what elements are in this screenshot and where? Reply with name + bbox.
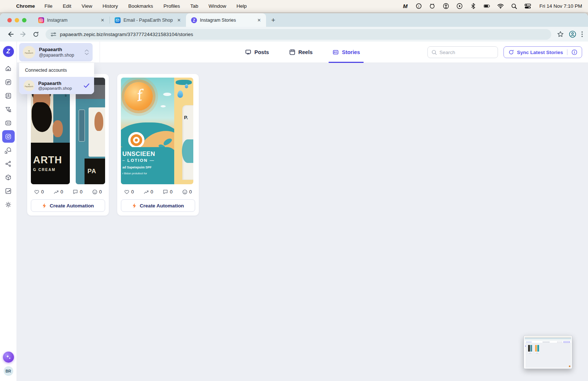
wifi-icon[interactable]: [497, 3, 504, 10]
menu-bar-clock[interactable]: Fri 14 Nov 7:10 PM: [539, 3, 582, 9]
app-header: PapaEarth Papaearth @papaearth.shop: [17, 42, 588, 63]
sync-label: Sync Latest Stories: [517, 50, 563, 55]
sidebar-item-funnel[interactable]: [2, 103, 15, 115]
sidebar-item-analytics[interactable]: [2, 185, 15, 197]
menu-tab[interactable]: Tab: [190, 3, 198, 9]
illustration-hand: [53, 120, 63, 137]
bluetooth-icon[interactable]: [470, 3, 477, 10]
reactions-stat: 0: [182, 189, 192, 195]
story-image-right-panel: P.: [174, 78, 193, 184]
dropdown-account-item[interactable]: PapaEarth Papaearth @papaearth.shop: [19, 77, 94, 94]
tab-posts[interactable]: Posts: [245, 42, 269, 63]
sidebar-item-contacts[interactable]: [2, 89, 15, 102]
zepic-logo[interactable]: Z: [3, 46, 14, 57]
comment-icon: [163, 189, 168, 194]
close-window-button[interactable]: [7, 18, 12, 22]
site-settings-icon[interactable]: [51, 32, 56, 37]
menu-chrome[interactable]: Chrome: [16, 3, 35, 9]
bookmark-star-icon[interactable]: [557, 31, 564, 38]
minimize-window-button[interactable]: [15, 18, 19, 22]
control-center-icon[interactable]: [524, 3, 531, 10]
teal-swirl: [182, 139, 193, 163]
url-bar[interactable]: papaearth.zepic.biz/instagram/3737772443…: [46, 29, 551, 40]
water-drop: [184, 84, 188, 88]
sidebar-item-products[interactable]: [2, 171, 15, 184]
button-label: Create Automation: [140, 203, 184, 209]
spotlight-search-icon[interactable]: [511, 3, 517, 10]
likes-stat: 0: [124, 189, 134, 195]
tab-stories[interactable]: Stories: [333, 42, 360, 63]
sync-latest-stories-button[interactable]: Sync Latest Stories: [503, 46, 582, 58]
workflow-icon: [5, 160, 12, 167]
story-image[interactable]: f UNSCIEEN – LOTION —: [121, 78, 195, 184]
url-text[interactable]: papaearth.zepic.biz/instagram/3737772443…: [60, 32, 193, 37]
app-main: PapaEarth Papaearth @papaearth.shop: [17, 42, 588, 381]
info-icon[interactable]: [571, 49, 577, 55]
menu-profiles[interactable]: Profiles: [164, 3, 180, 9]
tab-reels[interactable]: Reels: [289, 42, 313, 63]
search-box[interactable]: [427, 46, 498, 58]
menu-file[interactable]: File: [44, 3, 53, 9]
tab-instagram[interactable]: Instagram ✕: [33, 13, 110, 27]
zepic-favicon: Z: [191, 17, 197, 23]
playback-menu-icon[interactable]: [456, 3, 463, 10]
chrome-menu-icon[interactable]: [581, 31, 583, 37]
contacts-icon: [5, 92, 12, 99]
sync-cycle-icon[interactable]: 2: [416, 3, 422, 10]
menu-history[interactable]: History: [103, 3, 118, 9]
close-tab-icon[interactable]: ✕: [256, 17, 262, 24]
tab-email[interactable]: Email - PapaEarth Shop - Out ✕: [110, 13, 186, 27]
stat-value: 0: [41, 189, 44, 195]
menu-edit[interactable]: Edit: [63, 3, 71, 9]
chat-bubbles-icon: [5, 147, 12, 154]
illustration-beard: [32, 102, 52, 132]
menu-help[interactable]: Help: [236, 3, 247, 9]
ai-assistant-button[interactable]: [3, 352, 14, 363]
poster-brand-text: PA: [85, 159, 105, 184]
battery-icon[interactable]: [484, 3, 490, 10]
stories-icon: [333, 49, 339, 56]
tab-title: Instagram Stories: [200, 18, 253, 23]
smiley-icon: [92, 189, 97, 195]
back-button[interactable]: [5, 29, 16, 40]
account-name: Papaearth: [39, 47, 74, 52]
account-selector[interactable]: PapaEarth Papaearth @papaearth.shop: [19, 43, 93, 61]
menu-view[interactable]: View: [82, 3, 92, 9]
sidebar-item-instagram[interactable]: [2, 130, 15, 143]
avatar-brand-label: PapaEarth: [25, 86, 33, 88]
close-tab-icon[interactable]: ✕: [99, 17, 106, 24]
close-tab-icon[interactable]: ✕: [176, 17, 182, 24]
swap-arrows-icon: [5, 79, 12, 86]
reactions-stat: 0: [92, 189, 102, 195]
menu-bookmarks[interactable]: Bookmarks: [128, 3, 153, 9]
story-stats: 0 0 0 0: [31, 184, 105, 195]
pet-app-icon[interactable]: [429, 3, 436, 10]
create-automation-button[interactable]: Create Automation: [31, 199, 105, 212]
story-card: f UNSCIEEN – LOTION —: [117, 74, 199, 216]
forward-button[interactable]: [18, 29, 29, 40]
profile-avatar-icon[interactable]: [569, 31, 576, 38]
sidebar-item-workflow[interactable]: [2, 157, 15, 170]
sidebar-item-chat[interactable]: [2, 144, 15, 156]
zoom-window-button[interactable]: [22, 18, 26, 22]
monarch-app-icon[interactable]: M: [402, 3, 409, 10]
tab-instagram-stories[interactable]: Z Instagram Stories ✕: [186, 13, 266, 27]
sidebar-item-swap[interactable]: [2, 76, 15, 88]
search-input[interactable]: [440, 50, 491, 55]
user-avatar[interactable]: BR: [4, 366, 13, 376]
story-title: UNSCIEEN: [122, 150, 177, 157]
screenshot-preview-thumbnail[interactable]: [524, 335, 572, 369]
sidebar-item-settings[interactable]: [2, 198, 15, 211]
create-automation-button[interactable]: Create Automation: [121, 199, 195, 212]
stat-value: 0: [99, 189, 102, 195]
sidebar-item-broadcast[interactable]: [2, 117, 15, 129]
chrome-window: Instagram ✕ Email - PapaEarth Shop - Out…: [0, 13, 588, 381]
menu-window[interactable]: Window: [208, 3, 226, 9]
sidebar-item-home[interactable]: [2, 62, 15, 75]
accessibility-menu-icon[interactable]: [443, 3, 449, 10]
tab-title: Email - PapaEarth Shop - Out: [123, 18, 173, 23]
bottle-cap: [176, 80, 192, 85]
new-tab-button[interactable]: +: [271, 16, 275, 24]
reload-button[interactable]: [30, 29, 41, 40]
trend-up-icon: [54, 190, 59, 194]
